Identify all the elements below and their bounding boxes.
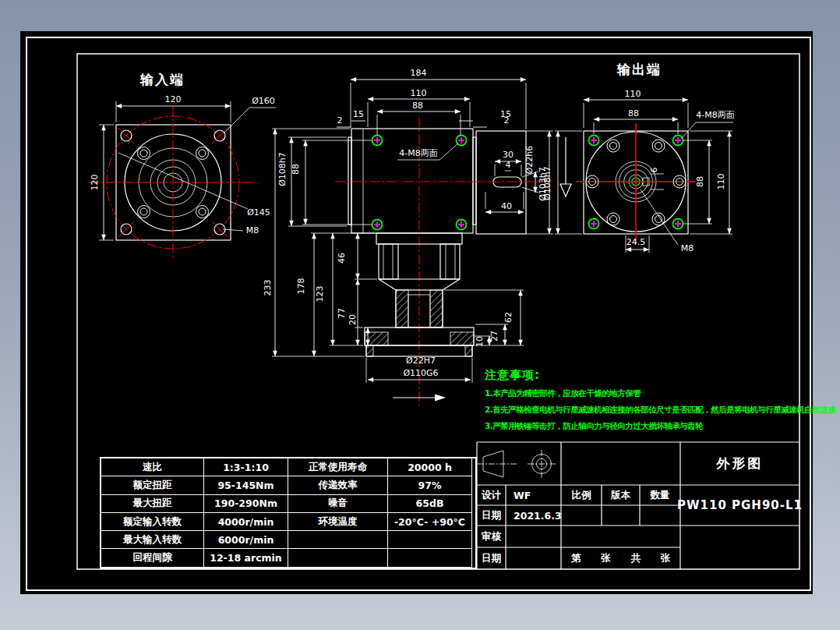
designer-value: WF	[506, 485, 569, 505]
sheet-row: 第 张 共 张	[561, 547, 680, 569]
dim-label: 88	[695, 176, 705, 187]
notes-block: 注意事项: 1.本产品为精密部件，应放在干燥的地方保管 2.首先严格检查电机与行…	[485, 368, 835, 432]
dim-label: Ø160	[252, 96, 275, 106]
note-line: 2.首先严格检查电机与行星减速机相连接的各部位尺寸是否匹配，然后是将电机与行星减…	[485, 405, 835, 416]
spec-cell: 传递效率	[288, 476, 388, 494]
dim-label: Ø108h7	[542, 166, 552, 200]
spec-table: 速比1:3-1:10正常使用寿命20000 h额定扭距95-145Nm传递效率9…	[100, 457, 477, 569]
spec-cell: 190-290Nm	[204, 495, 288, 513]
dim-label: 24.5	[626, 237, 646, 247]
part-number: PW110 PGH90-L1	[680, 485, 799, 526]
spec-cell: 最大扭距	[101, 495, 204, 513]
dim-label: 30	[503, 150, 514, 160]
spec-cell: 速比	[101, 458, 204, 476]
spec-cell: 额定扭距	[101, 476, 204, 494]
date-value: 2021.6.3	[506, 505, 569, 526]
dim-label: 15	[353, 109, 364, 119]
dim-label: 10	[475, 336, 485, 347]
scale-label: 比例	[561, 485, 602, 505]
spec-cell: 额定输入转数	[101, 513, 204, 531]
projection-symbol	[478, 450, 556, 478]
note-line: 1.本产品为精密部件，应放在干燥的地方保管	[485, 388, 835, 399]
spec-cell: -20°C- +90°C	[388, 513, 472, 531]
dim-label: Ø108h7	[277, 152, 288, 186]
dim-label: 88	[412, 101, 423, 111]
dim-label: 6	[649, 168, 659, 173]
dim-label: 123	[315, 286, 325, 303]
spec-cell: 最大输入转数	[101, 531, 204, 549]
spec-cell: 12-18 arcmin	[204, 549, 288, 567]
dim-label: 4-M8两面	[696, 110, 734, 120]
dim-label: Ø22h6	[524, 146, 535, 175]
version-label: 版本	[602, 485, 640, 505]
spec-cell: 95-145Nm	[204, 476, 288, 494]
spec-cell: 环境温度	[288, 513, 388, 531]
dim-label: Ø110G6	[403, 368, 438, 378]
dim-label: 62	[503, 312, 514, 323]
dim-label: 27	[489, 331, 499, 342]
view-direction-arrow	[560, 137, 571, 196]
total-sheet-label: 张	[661, 552, 671, 565]
dim-label: 77	[337, 308, 347, 319]
dim-label: 2	[337, 115, 343, 126]
dim-label: M8	[246, 225, 259, 235]
input-view-title: 输入端	[140, 71, 185, 89]
dim-label: 4	[506, 160, 511, 170]
dim-label: 184	[411, 68, 427, 78]
dim-label: 233	[263, 280, 273, 296]
spec-cell: 正常使用寿命	[288, 458, 388, 476]
designer-label: 设计	[477, 485, 506, 505]
dim-label: 110	[411, 88, 427, 98]
spec-cell	[288, 549, 388, 567]
date2-label: 日期	[477, 547, 506, 569]
dim-label: 178	[296, 278, 306, 295]
output-view-title: 输出端	[617, 61, 662, 79]
spec-cell: 回程间隙	[101, 549, 204, 567]
spec-cell: 6000r/min	[204, 531, 288, 549]
dim-label: 120	[165, 94, 182, 104]
spec-cell	[388, 531, 472, 549]
quantity-label: 数量	[640, 485, 680, 505]
dim-label: 88	[628, 108, 639, 119]
dim-label: 20	[348, 314, 358, 325]
dim-label: 120	[90, 175, 100, 191]
dim-label: 110	[716, 174, 726, 190]
dim-label: 110	[625, 89, 641, 99]
notes-title: 注意事项:	[485, 368, 835, 383]
checker-label: 审核	[477, 526, 506, 547]
spec-cell: 1:3-1:10	[204, 458, 288, 476]
total-label: 共	[630, 552, 641, 565]
dimension-labels: 120120Ø160Ø145M8184110881521524-M8两面304Ø…	[90, 68, 735, 378]
spec-cell: 97%	[388, 476, 472, 494]
sheet-no-label: 第	[571, 552, 581, 565]
spec-cell: 20000 h	[388, 458, 472, 476]
dim-label: Ø145	[247, 207, 270, 218]
dim-label: M8	[681, 243, 694, 253]
dim-label: 88	[291, 164, 301, 175]
spec-cell: 65dB	[388, 495, 472, 513]
drawing-name: 外形图	[680, 442, 799, 485]
spec-cell	[288, 531, 388, 549]
dim-label: 40	[501, 201, 512, 211]
dim-label: Ø22H7	[406, 356, 436, 366]
date-label: 日期	[477, 505, 506, 526]
dim-label: 46	[337, 253, 347, 264]
cad-viewer-background: 120120Ø160Ø145M8184110881521524-M8两面304Ø…	[0, 0, 840, 630]
sheet-label: 张	[601, 552, 611, 565]
spec-cell: 4000r/min	[204, 513, 288, 531]
output-end-view	[555, 100, 733, 253]
spec-cell	[388, 549, 472, 567]
note-line: 3.严禁用铁锤等击打，防止轴向力与径向力过大损坏轴承与齿轮	[485, 421, 835, 432]
spec-cell: 噪音	[288, 495, 388, 513]
dim-label: 2	[504, 115, 510, 126]
dim-label: 4-M8两面	[399, 148, 437, 158]
